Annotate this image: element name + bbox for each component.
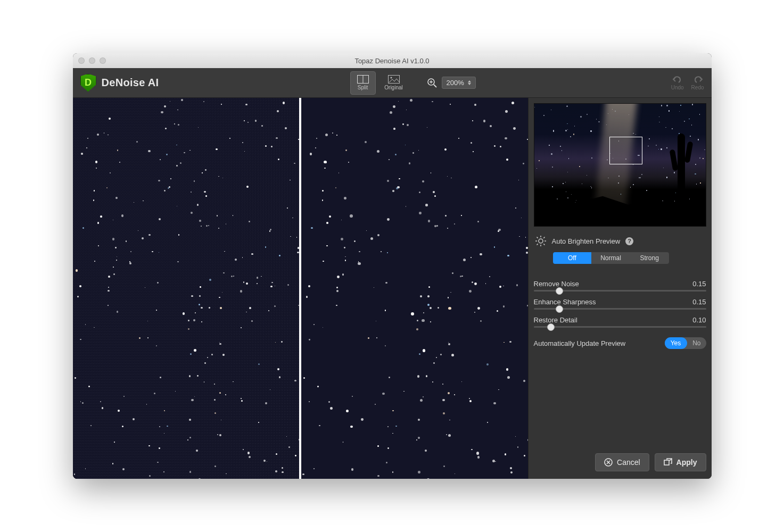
cactus-silhouette xyxy=(678,134,685,192)
svg-line-13 xyxy=(537,237,538,238)
remove-noise-thumb[interactable] xyxy=(556,287,563,295)
svg-point-3 xyxy=(390,77,392,79)
split-handle[interactable] xyxy=(299,98,301,479)
svg-point-8 xyxy=(539,239,543,243)
undo-icon xyxy=(672,75,683,84)
view-split-button[interactable]: Split xyxy=(350,71,376,95)
enhance-sharpness-thumb[interactable] xyxy=(556,305,563,313)
auto-brighten-section: Auto Brighten Preview ? Off Normal Stron… xyxy=(534,233,706,264)
enhance-sharpness-value: 0.15 xyxy=(692,298,706,306)
split-preview[interactable] xyxy=(73,98,529,479)
brighten-off-option[interactable]: Off xyxy=(553,252,592,264)
brighten-strong-option[interactable]: Strong xyxy=(630,252,669,264)
undo-button[interactable]: Undo xyxy=(671,75,684,90)
preview-after xyxy=(301,98,528,479)
remove-noise-label: Remove Noise xyxy=(534,280,579,288)
help-icon[interactable]: ? xyxy=(625,237,633,245)
side-panel: Auto Brighten Preview ? Off Normal Stron… xyxy=(529,98,712,479)
cancel-button[interactable]: Cancel xyxy=(595,453,649,471)
stars-before xyxy=(73,98,300,479)
undo-label: Undo xyxy=(671,85,684,90)
restore-detail-value: 0.10 xyxy=(692,316,706,324)
apply-icon xyxy=(664,458,672,467)
restore-detail-row: Restore Detail 0.10 xyxy=(534,316,706,324)
split-view-icon xyxy=(357,75,369,84)
logo-wrap: D DeNoise AI xyxy=(80,74,159,92)
navigator-thumbnail[interactable] xyxy=(534,103,706,227)
auto-brighten-header: Auto Brighten Preview ? xyxy=(534,233,706,249)
undo-redo-group: Undo Redo xyxy=(671,75,704,90)
window-controls xyxy=(78,57,106,64)
toggle-no: No xyxy=(692,339,706,347)
enhance-sharpness-label: Enhance Sharpness xyxy=(534,298,596,306)
restore-detail-thumb[interactable] xyxy=(547,323,555,331)
svg-line-15 xyxy=(537,244,538,245)
svg-rect-2 xyxy=(388,76,399,84)
original-view-icon xyxy=(388,75,400,84)
navigator-viewport-rect[interactable] xyxy=(609,137,642,164)
view-split-label: Split xyxy=(358,85,368,90)
svg-rect-20 xyxy=(664,460,669,465)
app-window: Topaz Denoise AI v1.0.0 D DeNoise AI Spl… xyxy=(73,53,712,479)
titlebar: Topaz Denoise AI v1.0.0 xyxy=(73,53,712,68)
auto-update-row: Automatically Update Preview Yes No xyxy=(534,337,706,349)
apply-label: Apply xyxy=(676,458,697,467)
logo-icon: D xyxy=(80,74,96,92)
magnifier-plus-icon[interactable] xyxy=(427,78,438,88)
preview-before xyxy=(73,98,300,479)
brighten-normal-option[interactable]: Normal xyxy=(591,252,630,264)
auto-brighten-label: Auto Brighten Preview xyxy=(552,237,621,245)
brighten-segment: Off Normal Strong xyxy=(553,252,669,264)
sun-icon xyxy=(535,235,547,247)
view-original-label: Original xyxy=(384,85,402,90)
enhance-sharpness-slider[interactable] xyxy=(534,308,706,310)
svg-line-16 xyxy=(543,237,544,238)
footer-buttons: Cancel Apply xyxy=(534,449,706,473)
app-name: DeNoise AI xyxy=(102,77,159,89)
minimize-dot[interactable] xyxy=(89,57,95,64)
remove-noise-slider[interactable] xyxy=(534,290,706,292)
content: Auto Brighten Preview ? Off Normal Stron… xyxy=(73,98,712,479)
cancel-icon xyxy=(604,458,613,467)
window-title: Topaz Denoise AI v1.0.0 xyxy=(73,57,712,65)
zoom-selector: 200% xyxy=(423,74,480,91)
toggle-yes: Yes xyxy=(665,337,687,349)
svg-line-14 xyxy=(543,244,544,245)
restore-detail-slider[interactable] xyxy=(534,326,706,328)
zoom-dot[interactable] xyxy=(100,57,106,64)
toolbar: D DeNoise AI Split Original 200% xyxy=(73,68,712,98)
zoom-value: 200% xyxy=(447,79,464,87)
apply-button[interactable]: Apply xyxy=(655,453,706,471)
logo-letter: D xyxy=(85,77,92,88)
stars-after xyxy=(301,98,528,479)
zoom-stepper-icon[interactable] xyxy=(468,78,473,87)
cancel-label: Cancel xyxy=(617,458,640,467)
zoom-level-field[interactable]: 200% xyxy=(442,77,476,89)
svg-line-5 xyxy=(434,85,436,87)
auto-update-toggle[interactable]: Yes No xyxy=(665,337,706,349)
auto-update-label: Automatically Update Preview xyxy=(534,339,626,347)
view-original-button[interactable]: Original xyxy=(381,71,407,95)
remove-noise-value: 0.15 xyxy=(692,280,706,288)
redo-icon xyxy=(692,75,703,84)
sliders: Remove Noise 0.15 Enhance Sharpness 0.15… xyxy=(534,273,706,349)
redo-label: Redo xyxy=(691,85,704,90)
redo-button[interactable]: Redo xyxy=(691,75,704,90)
restore-detail-label: Restore Detail xyxy=(534,316,577,324)
toolbar-center: Split Original 200% xyxy=(350,71,480,95)
close-dot[interactable] xyxy=(78,57,85,64)
